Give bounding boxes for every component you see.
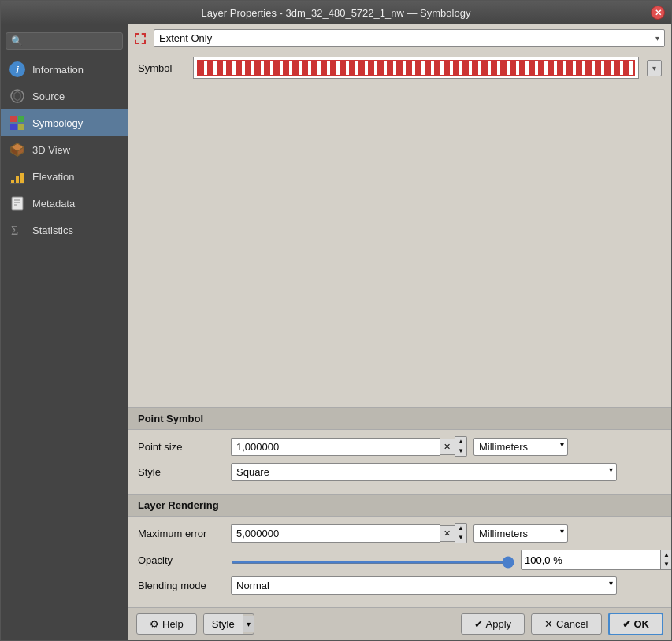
layer-rendering-header: Layer Rendering [128, 494, 671, 517]
point-size-input-wrap: ✕ ▲ ▼ [231, 436, 467, 457]
max-error-spin[interactable]: ▲ ▼ [455, 523, 467, 543]
max-error-up-btn[interactable]: ▲ [455, 524, 466, 533]
svg-rect-3 [10, 124, 17, 130]
layer-properties-window: Layer Properties - 3dm_32_480_5722_1_nw … [0, 0, 672, 641]
opacity-value-input[interactable] [522, 553, 660, 568]
max-error-input-wrap: ✕ ▲ ▼ [231, 523, 467, 543]
point-symbol-form: Point size ✕ ▲ ▼ Millimeters [128, 430, 671, 494]
point-symbol-section: Point Symbol Point size ✕ ▲ ▼ [128, 407, 671, 494]
sidebar-item-symbology[interactable]: Symbology [1, 109, 128, 136]
sidebar: i Information Source [1, 24, 128, 640]
help-button[interactable]: ⚙ Help [136, 613, 197, 635]
symbol-row: Symbol ▾ [128, 52, 671, 83]
layer-rendering-form: Maximum error ✕ ▲ ▼ Millimeters [128, 517, 671, 607]
symbol-dropdown-btn[interactable]: ▾ [647, 60, 662, 76]
svg-rect-10 [16, 176, 19, 183]
cancel-button[interactable]: ✕ Cancel [531, 613, 601, 635]
search-input[interactable] [6, 32, 123, 50]
ok-button[interactable]: ✔ OK [608, 613, 664, 635]
symbol-label: Symbol [138, 62, 185, 74]
sidebar-item-elevation[interactable]: Elevation [1, 163, 128, 190]
point-size-row: Point size ✕ ▲ ▼ Millimeters [138, 436, 662, 457]
sidebar-label-information: Information [32, 64, 84, 76]
cancel-x-icon: ✕ [544, 618, 553, 630]
info-icon: i [9, 61, 26, 78]
symbology-icon [9, 114, 26, 132]
layer-rendering-section: Layer Rendering Maximum error ✕ ▲ ▼ [128, 494, 671, 607]
max-error-unit-select[interactable]: Millimeters Pixels Points [473, 524, 568, 543]
svg-rect-11 [20, 173, 24, 183]
max-error-clear-btn[interactable]: ✕ [440, 525, 455, 542]
opacity-spin: ▲ ▼ [660, 550, 671, 569]
sidebar-label-source: Source [32, 91, 65, 102]
sidebar-label-statistics: Statistics [32, 224, 73, 236]
point-size-down-btn[interactable]: ▼ [455, 446, 466, 456]
style-dropdown-btn[interactable]: ▾ [243, 616, 254, 632]
help-label: Help [162, 618, 184, 630]
content-middle [128, 83, 671, 407]
opacity-slider[interactable] [231, 561, 514, 564]
style-select-wrap: Square Circle Cross Diamond [231, 463, 617, 481]
bottom-bar: ⚙ Help Style ▾ ✔ Apply ✕ Cancel ✔ [128, 607, 671, 640]
point-size-up-btn[interactable]: ▲ [455, 437, 466, 446]
sidebar-label-symbology: Symbology [32, 117, 83, 129]
source-icon [9, 87, 26, 105]
point-size-unit-select[interactable]: Millimeters Pixels Points [473, 438, 568, 456]
ok-check-icon: ✔ [622, 618, 631, 630]
extent-dropdown-arrow-icon: ▾ [655, 34, 659, 43]
blending-mode-row: Blending mode Normal Multiply Screen Ove… [138, 576, 662, 595]
opacity-row: Opacity ▲ ▼ [138, 550, 662, 570]
apply-check-icon: ✔ [474, 618, 483, 630]
dashed-pattern [197, 60, 635, 76]
statistics-icon: Σ [9, 221, 26, 239]
blending-mode-wrap: Normal Multiply Screen Overlay [231, 576, 617, 595]
blending-mode-select[interactable]: Normal Multiply Screen Overlay [231, 576, 617, 595]
help-icon: ⚙ [150, 618, 159, 630]
sidebar-item-source[interactable]: Source [1, 83, 128, 109]
style-label: Style [138, 466, 225, 478]
apply-button[interactable]: ✔ Apply [461, 613, 525, 635]
ok-label: OK [634, 618, 650, 630]
sidebar-label-elevation: Elevation [32, 171, 74, 183]
opacity-value-wrap: ▲ ▼ [521, 550, 671, 570]
extent-dropdown[interactable]: Extent Only ▾ [154, 29, 665, 47]
opacity-up-btn[interactable]: ▲ [661, 550, 671, 560]
max-error-down-btn[interactable]: ▼ [455, 533, 466, 543]
svg-rect-13 [12, 197, 23, 210]
cancel-label: Cancel [556, 618, 588, 630]
max-error-label: Maximum error [138, 528, 225, 539]
point-size-input[interactable] [231, 438, 440, 456]
elevation-icon [9, 168, 26, 185]
sidebar-item-3dview[interactable]: 3D View [1, 136, 128, 163]
svg-rect-2 [18, 116, 24, 122]
max-error-row: Maximum error ✕ ▲ ▼ Millimeters [138, 523, 662, 543]
sidebar-label-3dview: 3D View [32, 144, 70, 156]
renderer-section: Extent Only ▾ [128, 24, 671, 52]
point-size-label: Point size [138, 441, 225, 453]
sidebar-item-metadata[interactable]: Metadata [1, 190, 128, 217]
opacity-down-btn[interactable]: ▼ [661, 560, 671, 569]
svg-text:Σ: Σ [11, 224, 18, 237]
close-button[interactable]: ✕ [651, 6, 665, 20]
max-error-input[interactable] [231, 524, 440, 543]
style-button[interactable]: Style [204, 614, 243, 634]
title-bar: Layer Properties - 3dm_32_480_5722_1_nw … [1, 1, 671, 24]
point-size-spin[interactable]: ▲ ▼ [455, 436, 467, 457]
point-size-clear-btn[interactable]: ✕ [440, 439, 455, 455]
extent-dropdown-value: Extent Only [159, 32, 212, 44]
opacity-label: Opacity [138, 554, 225, 566]
style-button-wrap: Style ▾ [203, 613, 254, 635]
sidebar-label-metadata: Metadata [32, 198, 75, 209]
sidebar-item-information[interactable]: i Information [1, 56, 128, 83]
symbol-preview[interactable] [193, 57, 639, 79]
style-select[interactable]: Square Circle Cross Diamond [231, 463, 617, 481]
style-row: Style Square Circle Cross Diamond [138, 463, 662, 481]
sidebar-item-statistics[interactable]: Σ Statistics [1, 217, 128, 243]
content-panel: Extent Only ▾ Symbol ▾ Point Symbol [128, 24, 671, 640]
point-size-unit-wrap: Millimeters Pixels Points [473, 438, 568, 456]
opacity-slider-wrap [231, 554, 514, 566]
blending-mode-label: Blending mode [138, 580, 225, 591]
window-title: Layer Properties - 3dm_32_480_5722_1_nw … [21, 7, 651, 19]
svg-rect-9 [11, 180, 14, 183]
main-area: i Information Source [1, 24, 671, 640]
